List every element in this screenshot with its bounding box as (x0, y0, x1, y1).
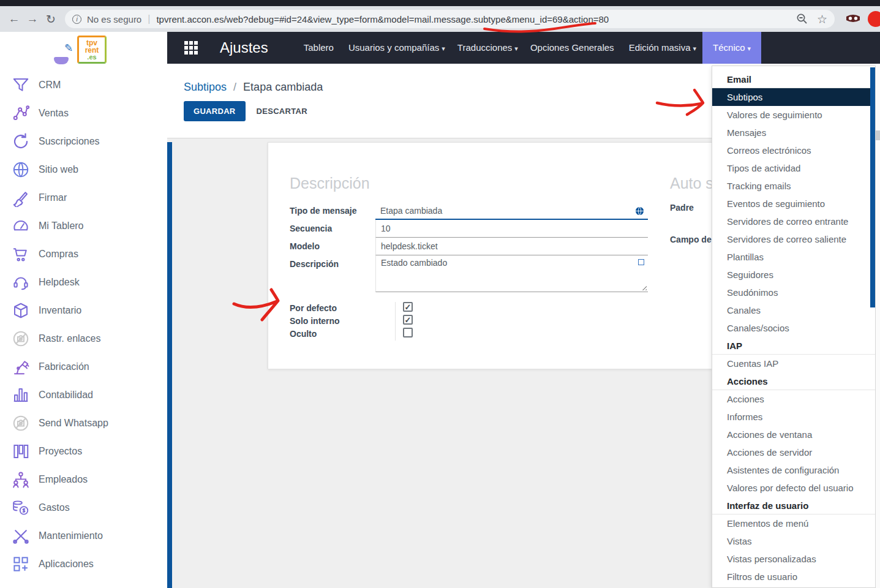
dropdown-menu-item[interactable]: Vistas personalizadas (712, 550, 875, 568)
dropdown-menu-item[interactable]: Canales/socios (712, 319, 875, 337)
sidebar-item[interactable]: CRM (0, 71, 167, 99)
navbar-menu-item[interactable]: Usuarios y compañías▾ (342, 32, 451, 64)
translate-icon[interactable] (638, 259, 644, 265)
refresh-icon (11, 132, 31, 151)
dropdown-menu-item[interactable]: Acciones de servidor (712, 443, 875, 461)
breadcrumb-parent-link[interactable]: Subtipos (184, 81, 227, 93)
resize-handle-icon[interactable] (641, 284, 647, 290)
dropdown-menu-item[interactable]: Tracking emails (712, 177, 875, 195)
dropdown-menu-item[interactable]: Informes (712, 408, 875, 426)
sidebar-item-label: Ventas (39, 108, 69, 119)
dropdown-menu-item[interactable]: Filtros de usuario (712, 568, 875, 586)
security-label: No es seguro (87, 14, 141, 24)
page-scrollbar[interactable] (876, 66, 880, 588)
dropdown-menu-item[interactable]: Seudónimos (712, 284, 875, 301)
sidebar-item[interactable]: Mantenimiento (0, 522, 167, 550)
record-indicator-icon[interactable] (868, 11, 880, 27)
sidebar-item[interactable]: Proyectos (0, 437, 167, 466)
app-title[interactable]: Ajustes (220, 39, 268, 56)
sidebar-item[interactable]: Mi Tablero (0, 212, 167, 240)
dropdown-menu-item[interactable]: Vistas (712, 532, 875, 550)
dropdown-menu-item[interactable]: Subtipos (712, 88, 875, 106)
reload-icon[interactable]: ↻ (42, 10, 60, 28)
forward-icon[interactable]: → (23, 10, 42, 28)
dropdown-menu-item[interactable]: Eventos de seguimiento (712, 195, 875, 213)
navbar-menu-item[interactable]: Técnico▾ (702, 32, 761, 64)
save-button[interactable]: GUARDAR (184, 101, 246, 121)
field-label: Descripción (290, 255, 375, 273)
sidebar-item[interactable]: Empleados (0, 466, 167, 494)
dropdown-menu-item[interactable]: Valores por defecto del usuario (712, 479, 875, 497)
sidebar-item[interactable]: Fabricación (0, 353, 167, 381)
sidebar-item[interactable]: Firmar (0, 184, 167, 212)
dropdown-menu-item[interactable]: Servidores de correo saliente (712, 230, 875, 248)
dropdown-menu-item[interactable]: Plantillas (712, 248, 875, 266)
sidebar-item[interactable]: Gastos (0, 494, 167, 522)
app-sidebar: ✎ tpv rent .es CRM Ventas Suscripciones (0, 32, 167, 588)
dropdown-menu-item[interactable]: Valores de seguimiento (712, 106, 875, 124)
people-icon (11, 470, 31, 489)
sidebar-item[interactable]: Suscripciones (0, 127, 167, 156)
field-label: Secuencia (290, 220, 375, 238)
address-bar[interactable]: i No es seguro | tpvrent.accon.es/web?de… (65, 10, 835, 28)
edit-pencil-icon[interactable]: ✎ (64, 42, 73, 55)
model-input[interactable]: helpdesk.ticket (375, 238, 648, 255)
discard-button[interactable]: DESCARTAR (257, 107, 307, 116)
translate-globe-icon[interactable] (635, 206, 644, 216)
sidebar-item[interactable]: Ventas (0, 99, 167, 127)
extension-mask-icon[interactable] (846, 13, 860, 24)
box-icon (11, 301, 31, 320)
dropdown-menu-item[interactable]: Servidores de correo entrante (712, 213, 875, 230)
robot-icon (11, 357, 31, 377)
dropdown-menu-item[interactable]: Correos electrónicos (712, 141, 875, 159)
description-textarea[interactable]: Estado cambiado (375, 255, 648, 292)
sidebar-item-label: Mantenimiento (39, 530, 103, 541)
pen-icon (11, 188, 31, 208)
sidebar-item[interactable]: Send Whatsapp (0, 409, 167, 437)
site-info-icon[interactable]: i (72, 15, 81, 24)
navbar-menu-item[interactable]: Tablero (298, 32, 342, 64)
funnel-icon (11, 75, 31, 95)
dropdown-menu-item[interactable]: Acciones de ventana (712, 426, 875, 443)
checkbox[interactable] (403, 328, 413, 337)
checkbox[interactable]: ✓ (403, 302, 413, 312)
sidebar-item[interactable]: Contabilidad (0, 381, 167, 409)
sidebar-item[interactable]: Compras (0, 240, 167, 268)
dropdown-menu-item[interactable]: Elementos de menú (712, 514, 875, 532)
field-group: Tipo de mensaje Etapa cambiada Secuencia… (290, 202, 648, 292)
headset-icon (11, 273, 31, 292)
sidebar-logo-row: ✎ tpv rent .es (0, 32, 167, 67)
dropdown-menu-item[interactable]: Canales (712, 301, 875, 319)
navbar-menu-item[interactable]: Traducciones▾ (451, 32, 524, 64)
company-logo[interactable]: tpv rent .es (77, 36, 107, 64)
sidebar-item-label: Mi Tablero (39, 221, 84, 232)
apps-grid-icon[interactable] (184, 41, 198, 55)
dropdown-scrollbar[interactable] (870, 67, 875, 307)
dropdown-menu-item[interactable]: Asistentes de configuración (712, 461, 875, 479)
zoom-out-icon[interactable] (796, 13, 808, 25)
sequence-input[interactable]: 10 (375, 220, 648, 238)
navbar-menu-item[interactable]: Edición masiva▾ (623, 32, 702, 64)
tools-icon (11, 526, 31, 546)
gridplus-icon (11, 554, 31, 574)
back-icon[interactable]: ← (5, 10, 23, 28)
sidebar-item[interactable]: Sitio web (0, 156, 167, 184)
sidebar-item[interactable]: Aplicaciones (0, 550, 167, 578)
dropdown-menu-item: Email (712, 70, 875, 88)
content-scrollbar[interactable] (167, 142, 172, 588)
sidebar-item[interactable]: Inventario (0, 296, 167, 325)
sidebar-item[interactable]: Rastr. enlaces (0, 325, 167, 353)
dropdown-menu-item[interactable]: Acciones (712, 390, 875, 408)
dropdown-menu-item[interactable]: Mensajes (712, 124, 875, 141)
dropdown-menu-item[interactable]: Seguidores (712, 266, 875, 284)
sidebar-item-label: Send Whatsapp (39, 418, 108, 429)
message-type-input[interactable]: Etapa cambiada (375, 202, 648, 220)
checkbox[interactable]: ✓ (403, 315, 413, 325)
navbar-menu-item[interactable]: Opciones Generales (524, 32, 623, 64)
bookmark-star-icon[interactable]: ☆ (817, 12, 827, 26)
dropdown-menu-item[interactable]: Tipos de actividad (712, 159, 875, 177)
sidebar-item[interactable]: Helpdesk (0, 268, 167, 296)
url-text[interactable]: tpvrent.accon.es/web?debug=#id=24&view_t… (156, 14, 790, 24)
dropdown-menu-item[interactable]: Cuentas IAP (712, 355, 875, 372)
browser-toolbar: ← → ↻ i No es seguro | tpvrent.accon.es/… (0, 6, 880, 32)
